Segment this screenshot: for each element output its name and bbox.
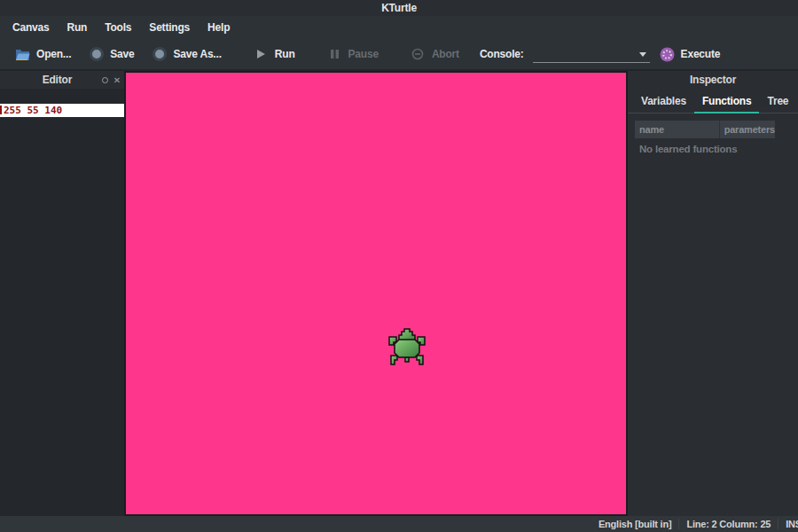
menu-settings[interactable]: Settings: [140, 18, 199, 37]
window-title: KTurtle: [381, 2, 417, 14]
save-icon: [89, 47, 104, 62]
float-dock-icon[interactable]: [102, 77, 108, 83]
chevron-down-icon: [639, 52, 646, 57]
console-input[interactable]: [533, 45, 650, 63]
menu-tools[interactable]: Tools: [96, 18, 140, 37]
canvas-frame: [124, 71, 628, 516]
abort-button[interactable]: Abort: [403, 43, 467, 66]
save-label: Save: [110, 48, 134, 60]
execute-label: Execute: [681, 48, 721, 60]
menubar: Canvas Run Tools Settings Help: [0, 16, 798, 39]
tab-functions[interactable]: Functions: [694, 92, 760, 113]
menu-canvas[interactable]: Canvas: [4, 18, 59, 37]
abort-label: Abort: [432, 48, 459, 60]
abort-icon: [411, 47, 426, 62]
tab-tree[interactable]: Tree: [759, 92, 796, 113]
play-icon: [254, 47, 269, 62]
inspector-tabs: Variables Functions Tree: [628, 89, 798, 113]
editor-line-text: 255 55 140: [4, 105, 62, 116]
run-label: Run: [275, 48, 295, 60]
tab-variables[interactable]: Variables: [633, 92, 694, 113]
execute-button[interactable]: Execute: [652, 43, 729, 66]
execute-icon: [660, 47, 675, 62]
editor-title: Editor: [12, 74, 102, 86]
pause-button[interactable]: Pause: [319, 43, 387, 66]
code-editor[interactable]: 255 55 140: [0, 89, 124, 516]
save-as-label: Save As...: [174, 48, 222, 60]
editor-panel: Editor ✕ 255 55 140: [0, 71, 124, 516]
menu-help[interactable]: Help: [199, 18, 239, 37]
window-titlebar: KTurtle: [0, 0, 798, 16]
functions-table: name parameters: [635, 121, 775, 138]
pause-icon: [327, 47, 342, 62]
empty-functions-message: No learned functions: [628, 138, 798, 154]
editor-dock-header: Editor ✕: [0, 71, 124, 89]
column-parameters[interactable]: parameters: [720, 124, 775, 135]
editor-current-line[interactable]: 255 55 140: [0, 104, 124, 117]
close-dock-icon[interactable]: ✕: [113, 77, 121, 83]
run-button[interactable]: Run: [246, 43, 303, 66]
pause-label: Pause: [348, 48, 379, 60]
save-as-icon: [153, 47, 168, 62]
cursor-position: Line: 2 Column: 25: [679, 519, 778, 529]
save-button[interactable]: Save: [81, 43, 142, 66]
language-indicator: English [built in]: [591, 519, 679, 529]
open-button[interactable]: Open...: [7, 43, 79, 66]
statusbar: English [built in] Line: 2 Column: 25 IN…: [0, 516, 798, 532]
folder-open-icon: [15, 47, 30, 62]
clipped-character: [0, 106, 2, 114]
inspector-panel: Inspector Variables Functions Tree name …: [628, 71, 798, 516]
column-name[interactable]: name: [635, 121, 720, 138]
console-label: Console:: [480, 48, 524, 60]
table-header: name parameters: [635, 121, 775, 138]
insert-mode-indicator: INS: [778, 519, 798, 529]
toolbar: Open... Save Save As... Run P: [0, 39, 798, 71]
turtle-canvas: [126, 73, 626, 514]
open-label: Open...: [36, 48, 71, 60]
inspector-title: Inspector: [628, 71, 798, 89]
turtle-sprite: [387, 328, 426, 370]
main-area: Editor ✕ 255 55 140: [0, 71, 798, 516]
menu-run[interactable]: Run: [59, 18, 97, 37]
save-as-button[interactable]: Save As...: [145, 43, 230, 66]
